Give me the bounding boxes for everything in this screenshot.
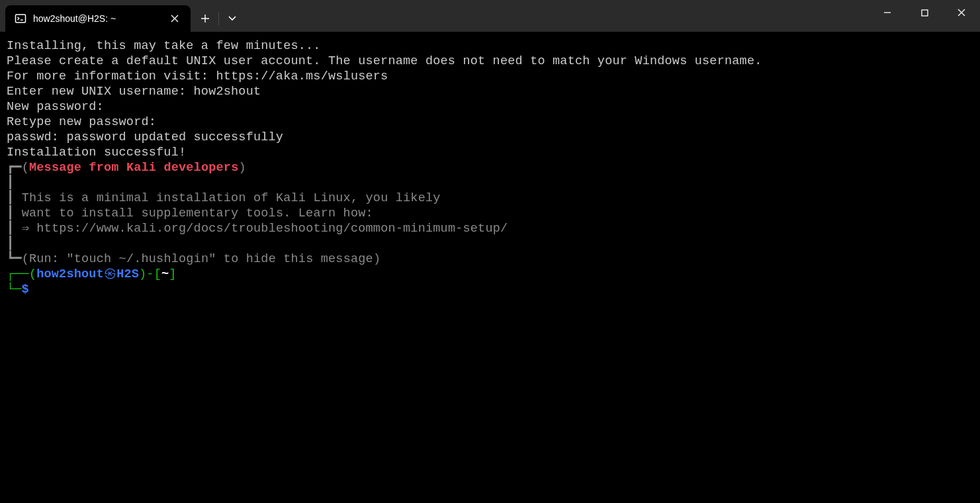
terminal-output[interactable]: Installing, this may take a few minutes.… [0,32,980,503]
output-line: Installing, this may take a few minutes.… [7,38,973,54]
message-box-line: ┃ want to install supplementary tools. L… [7,206,973,221]
tabbar-separator [218,12,219,25]
message-box-line: ┃ ⇒ https://www.kali.org/docs/troublesho… [7,221,973,236]
output-line: passwd: password updated successfully [7,130,973,145]
output-line: Retype new password: [7,114,973,130]
tab-title: how2shout@H2S: ~ [33,13,161,24]
maximize-button[interactable] [906,0,943,25]
output-line: For more information visit: https://aka.… [7,69,973,84]
output-line: New password: [7,99,973,114]
prompt-line-1: ┌──(how2shout㉿H2S)-[~] [7,267,973,282]
minimize-button[interactable] [869,0,906,25]
output-line: Enter new UNIX username: how2shout [7,84,973,99]
svg-rect-0 [16,15,26,23]
new-tab-button[interactable] [193,7,217,30]
message-box-line: ┃ This is a minimal installation of Kali… [7,191,973,206]
message-box-header: ┏━(Message from Kali developers) [7,160,973,175]
prompt-line-2: └─$ [7,282,973,297]
message-box-line: ┃ [7,236,973,252]
output-line: Please create a default UNIX user accoun… [7,54,973,69]
window-close-button[interactable] [943,0,980,25]
output-line: Installation successful! [7,145,973,160]
titlebar: how2shout@H2S: ~ [0,0,980,32]
terminal-icon [15,13,26,24]
tab-dropdown-button[interactable] [220,7,244,30]
message-box-footer: ┗━(Run: "touch ~/.hushlogin" to hide thi… [7,252,973,267]
tabbar-actions [193,5,244,32]
svg-rect-1 [922,10,928,16]
tab-close-button[interactable] [168,12,181,25]
window-controls [869,0,980,25]
active-tab[interactable]: how2shout@H2S: ~ [5,5,191,32]
message-box-line: ┃ [7,175,973,191]
